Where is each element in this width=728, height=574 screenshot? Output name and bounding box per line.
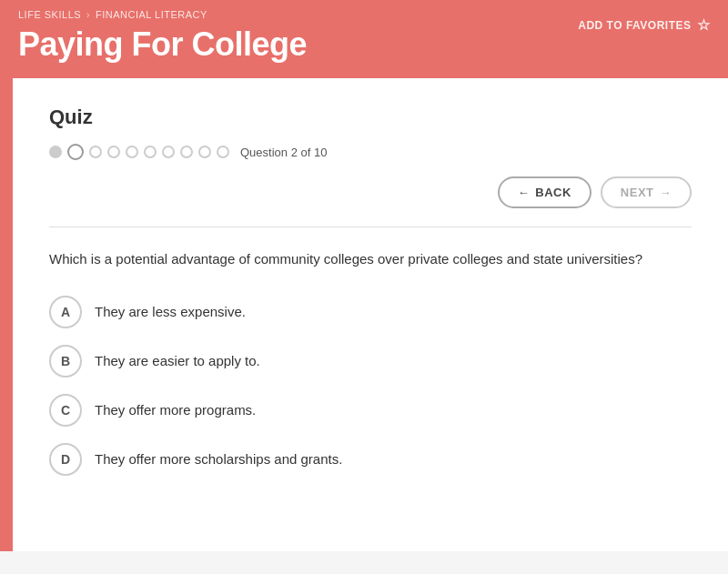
answer-option-d[interactable]: D They offer more scholarships and grant… <box>49 443 692 476</box>
star-icon: ☆ <box>697 16 711 34</box>
option-text-a: They are less expensive. <box>95 304 246 319</box>
quiz-label: Quiz <box>49 106 692 129</box>
option-circle-a: A <box>49 296 82 328</box>
answer-option-a[interactable]: A They are less expensive. <box>49 296 692 328</box>
favorites-label: ADD TO FAVORITES <box>578 19 691 32</box>
answer-option-b[interactable]: B They are easier to apply to. <box>49 345 692 378</box>
option-text-c: They offer more programs. <box>95 402 256 418</box>
divider <box>49 227 692 227</box>
option-circle-c: C <box>49 394 82 427</box>
option-text-b: They are easier to apply to. <box>95 353 260 368</box>
dot-3 <box>89 146 102 158</box>
content-area: Quiz Question 2 of 10 ← BACK NEXT → <box>13 78 728 551</box>
back-label: BACK <box>535 186 571 199</box>
question-text: Which is a potential advantage of commun… <box>49 249 692 270</box>
page-header: LIFE SKILLS › FINANCIAL LITERACY Paying … <box>0 0 728 78</box>
back-button[interactable]: ← BACK <box>498 176 592 208</box>
dot-4 <box>107 146 120 158</box>
next-arrow-icon: → <box>660 186 672 199</box>
breadcrumb-separator: › <box>86 10 90 20</box>
dot-2 <box>67 144 84 160</box>
question-counter: Question 2 of 10 <box>240 146 327 159</box>
dot-7 <box>162 146 175 158</box>
breadcrumb-part2: FINANCIAL LITERACY <box>96 9 207 20</box>
nav-buttons: ← BACK NEXT → <box>49 176 692 208</box>
next-label: NEXT <box>621 186 654 199</box>
dot-1 <box>49 146 62 158</box>
answer-option-c[interactable]: C They offer more programs. <box>49 394 692 427</box>
breadcrumb-part1: LIFE SKILLS <box>18 9 81 20</box>
next-button[interactable]: NEXT → <box>601 176 692 208</box>
main-container: Quiz Question 2 of 10 ← BACK NEXT → <box>0 78 728 551</box>
option-text-d: They offer more scholarships and grants. <box>95 451 342 467</box>
back-arrow-icon: ← <box>518 186 531 199</box>
dot-10 <box>217 146 229 158</box>
dot-6 <box>144 146 157 158</box>
dot-5 <box>126 146 138 158</box>
dot-9 <box>198 146 211 158</box>
add-to-favorites-button[interactable]: ADD TO FAVORITES ☆ <box>578 16 710 34</box>
progress-row: Question 2 of 10 <box>49 144 692 160</box>
option-circle-b: B <box>49 345 82 378</box>
dot-8 <box>180 146 193 158</box>
sidebar-strip <box>0 78 13 551</box>
option-circle-d: D <box>49 443 82 476</box>
